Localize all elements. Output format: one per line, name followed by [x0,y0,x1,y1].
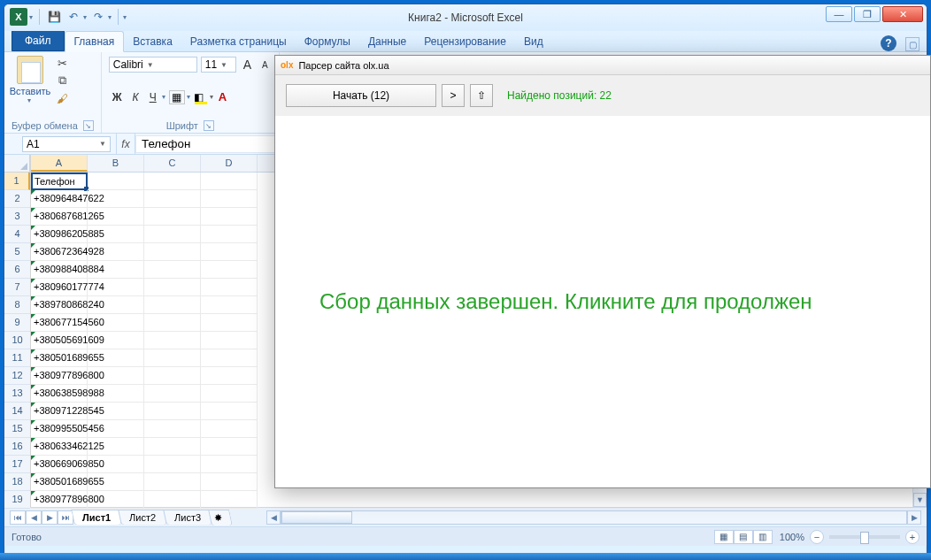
cell[interactable] [144,226,201,243]
sheet-tab[interactable]: Лист1 [71,510,122,525]
underline-chevron-icon[interactable]: ▾ [162,93,165,101]
cell[interactable] [144,173,201,190]
tab-data[interactable]: Данные [359,32,415,51]
close-button[interactable]: ✕ [882,6,923,22]
cell[interactable] [201,385,258,403]
row-header[interactable]: 13 [4,385,30,403]
row-header[interactable]: 15 [4,420,30,438]
tab-formulas[interactable]: Формулы [296,32,359,51]
cell[interactable] [201,296,258,314]
row-header[interactable]: 5 [4,243,30,261]
copy-icon[interactable]: ⧉ [54,73,70,88]
sheet-tab[interactable]: Лист3 [163,510,212,525]
cell[interactable] [144,491,201,509]
scroll-left-icon[interactable]: ◀ [266,510,281,525]
bold-button[interactable]: Ж [109,89,126,105]
tab-insert[interactable]: Вставка [124,32,181,51]
column-header[interactable]: D [201,155,258,172]
cell[interactable]: Телефон [31,173,88,190]
cell[interactable] [201,456,258,473]
horizontal-scrollbar[interactable]: ◀ ▶ [266,510,921,525]
cell[interactable] [88,314,144,332]
font-dialog-launcher-icon[interactable]: ↘ [204,120,214,131]
row-header[interactable]: 11 [4,349,30,367]
tab-review[interactable]: Рецензирование [415,32,515,51]
row-header[interactable]: 1 [4,173,30,190]
row-header[interactable]: 6 [4,261,30,279]
underline-button[interactable]: Ч [146,89,160,105]
cell[interactable] [201,243,258,261]
scroll-track[interactable] [281,510,907,525]
cell[interactable] [201,403,258,420]
cell[interactable]: +380988408884 [31,261,88,279]
cell[interactable] [144,403,201,420]
parser-titlebar[interactable]: olx Парсер сайта olx.ua [275,56,930,75]
cell[interactable]: +380669069850 [31,456,88,473]
app-menu-chevron-icon[interactable]: ▾ [29,13,33,21]
row-header[interactable]: 3 [4,208,30,226]
cell[interactable]: +380687681265 [31,208,88,226]
font-size-combo[interactable]: 11▼ [201,57,236,73]
zoom-out-icon[interactable]: − [810,530,824,544]
zoom-in-icon[interactable]: + [905,530,919,544]
zoom-slider[interactable] [829,535,900,539]
cell[interactable] [88,279,144,296]
cell[interactable] [88,190,144,208]
cell[interactable] [88,243,144,261]
fill-color-icon[interactable]: ◧▾ [194,90,213,104]
scroll-down-icon[interactable]: ▼ [913,493,927,507]
view-normal-icon[interactable]: ▦ [714,530,734,544]
fx-icon[interactable]: fx [116,134,135,154]
parser-next-button[interactable]: > [442,84,465,107]
cell[interactable] [201,473,258,491]
cell[interactable] [144,314,201,332]
select-all-corner[interactable] [4,155,30,173]
row-header[interactable]: 14 [4,403,30,420]
borders-chevron-icon[interactable]: ▾ [187,93,190,101]
cell[interactable]: +380505691609 [31,332,88,349]
row-header[interactable]: 18 [4,473,30,491]
column-header[interactable]: C [144,155,201,172]
cell[interactable] [144,438,201,456]
parser-start-button[interactable]: Начать (12) [286,84,436,107]
cell[interactable] [201,261,258,279]
cell[interactable] [201,367,258,385]
parser-message-area[interactable]: Сбор данных завершен. Кликните для продо… [275,116,930,487]
view-page-break-icon[interactable]: ▥ [753,530,773,544]
cell[interactable] [144,349,201,367]
ribbon-minimize-icon[interactable]: ▢ [905,37,919,51]
cell[interactable] [88,332,144,349]
cell[interactable] [144,243,201,261]
row-header[interactable]: 2 [4,190,30,208]
cell[interactable] [201,173,258,190]
row-header[interactable]: 7 [4,279,30,296]
save-icon[interactable]: 💾 [46,9,62,25]
cell[interactable] [88,456,144,473]
cell[interactable] [88,226,144,243]
row-header[interactable]: 19 [4,491,30,509]
cell[interactable] [201,190,258,208]
format-painter-icon[interactable]: 🖌 [54,91,70,105]
sheet-nav-first-icon[interactable]: ⏮ [10,510,26,525]
name-box[interactable]: A1▼ [22,136,111,152]
cell[interactable] [88,173,144,190]
new-sheet-icon[interactable]: ✸ [208,510,233,525]
paste-chevron-icon[interactable]: ▾ [27,96,31,104]
cell[interactable] [144,420,201,438]
cell[interactable]: +380638598988 [31,385,88,403]
cell[interactable] [201,332,258,349]
shrink-font-icon[interactable]: A [258,58,272,72]
row-header[interactable]: 4 [4,226,30,243]
cell[interactable] [201,279,258,296]
cell[interactable] [144,296,201,314]
cell[interactable] [88,473,144,491]
cell[interactable] [201,208,258,226]
cell[interactable]: +380995505456 [31,420,88,438]
cell[interactable] [88,420,144,438]
cell[interactable]: +380971228545 [31,403,88,420]
row-header[interactable]: 16 [4,438,30,456]
cell[interactable] [144,208,201,226]
cell[interactable]: +380977896800 [31,367,88,385]
cell[interactable]: +380633462125 [31,438,88,456]
undo-chevron-icon[interactable]: ▾ [83,13,87,21]
